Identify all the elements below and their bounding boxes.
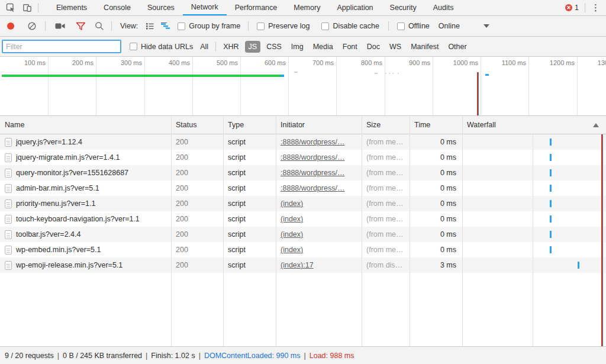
- inspect-element-icon[interactable]: [2, 0, 19, 15]
- network-overview[interactable]: 100 ms 200 ms 300 ms 400 ms 500 ms 600 m…: [0, 57, 606, 116]
- request-initiator-link[interactable]: (index):17: [276, 257, 362, 273]
- filter-pill-manifest[interactable]: Manifest: [407, 41, 442, 53]
- gridline: [96, 57, 96, 115]
- divider: [45, 21, 46, 31]
- filter-input[interactable]: [2, 40, 121, 53]
- disable-cache-checkbox[interactable]: Disable cache: [321, 22, 379, 30]
- overview-mark: [385, 73, 386, 74]
- request-size: (from me…: [362, 165, 410, 181]
- filter-pill-xhr[interactable]: XHR: [220, 41, 242, 53]
- tab-memory[interactable]: Memory: [285, 0, 328, 15]
- error-badge[interactable]: ✕ 1: [565, 4, 579, 12]
- column-header-waterfall[interactable]: Waterfall: [462, 116, 606, 134]
- filter-pill-img[interactable]: Img: [288, 41, 307, 53]
- filter-pill-media[interactable]: Media: [310, 41, 337, 53]
- request-row[interactable]: jquery-migrate.min.js?ver=1.4.1 200 scri…: [0, 150, 606, 165]
- column-divider[interactable]: [362, 116, 362, 346]
- request-waterfall: [462, 196, 606, 211]
- chevron-down-icon[interactable]: [483, 24, 489, 28]
- offline-checkbox[interactable]: Offline: [397, 22, 430, 30]
- tab-application[interactable]: Application: [328, 0, 381, 15]
- divider: [38, 3, 38, 12]
- tick-label: 800 ms: [341, 59, 382, 66]
- filter-icon[interactable]: [76, 22, 86, 31]
- separator: |: [57, 352, 59, 360]
- gridline: [144, 57, 145, 115]
- filter-pill-css[interactable]: CSS: [263, 41, 285, 53]
- request-row[interactable]: wp-emoji-release.min.js?ver=5.1 200 scri…: [0, 257, 606, 273]
- column-header-time[interactable]: Time: [410, 116, 462, 134]
- group-by-frame-label: Group by frame: [189, 22, 240, 30]
- request-name: admin-bar.min.js?ver=5.1: [0, 181, 171, 196]
- network-status-bar: 9 / 20 requests | 0 B / 245 KB transferr…: [0, 346, 606, 364]
- request-initiator-link[interactable]: (index): [276, 196, 362, 211]
- column-divider[interactable]: [223, 116, 224, 346]
- column-divider[interactable]: [276, 116, 276, 346]
- group-by-frame-checkbox[interactable]: Group by frame: [178, 22, 240, 30]
- device-toolbar-icon[interactable]: [19, 0, 36, 15]
- request-row[interactable]: touch-keyboard-navigation.js?ver=1.1 200…: [0, 211, 606, 227]
- request-initiator-link[interactable]: :8888/wordpress/…: [276, 134, 362, 150]
- filter-pill-js[interactable]: JS: [245, 41, 261, 53]
- tab-audits[interactable]: Audits: [425, 0, 462, 15]
- column-header-name[interactable]: Name: [0, 116, 171, 134]
- waterfall-view-icon[interactable]: [160, 22, 170, 30]
- devtools-network-panel: Elements Console Sources Network Perform…: [0, 0, 606, 364]
- tab-network[interactable]: Network: [183, 0, 227, 15]
- request-initiator-link[interactable]: (index): [276, 242, 362, 257]
- gridline: [48, 57, 49, 115]
- column-divider[interactable]: [410, 116, 410, 346]
- hide-data-urls-checkbox[interactable]: Hide data URLs: [130, 43, 193, 51]
- tab-security[interactable]: Security: [382, 0, 425, 15]
- request-initiator-link[interactable]: (index): [276, 227, 362, 242]
- capture-screenshots-icon[interactable]: [55, 22, 66, 30]
- divider: [248, 21, 249, 31]
- request-name: wp-embed.min.js?ver=5.1: [0, 242, 171, 257]
- request-row[interactable]: priority-menu.js?ver=1.1 200 script (ind…: [0, 196, 606, 211]
- request-row[interactable]: admin-bar.min.js?ver=5.1 200 script :888…: [0, 181, 606, 196]
- request-row[interactable]: jquery.js?ver=1.12.4 200 script :8888/wo…: [0, 134, 606, 150]
- column-header-status[interactable]: Status: [171, 116, 223, 134]
- request-row[interactable]: query-monitor.js?ver=1551628687 200 scri…: [0, 165, 606, 181]
- script-file-icon: [5, 138, 12, 147]
- request-type: script: [223, 196, 276, 211]
- more-options-icon[interactable]: ⋮: [588, 2, 606, 13]
- filter-pill-all[interactable]: All: [196, 41, 212, 53]
- clear-icon[interactable]: [27, 21, 37, 31]
- record-button[interactable]: [7, 22, 14, 30]
- request-time: 0 ms: [410, 227, 462, 242]
- request-initiator-link[interactable]: :8888/wordpress/…: [276, 165, 362, 181]
- overview-timeline-bar-tip: [281, 75, 284, 77]
- tick-label: 200 ms: [52, 59, 94, 66]
- script-file-icon: [5, 169, 12, 178]
- filter-pill-doc[interactable]: Doc: [363, 41, 383, 53]
- search-icon[interactable]: [95, 21, 104, 31]
- tab-sources[interactable]: Sources: [139, 0, 183, 15]
- request-initiator-link[interactable]: :8888/wordpress/…: [276, 181, 362, 196]
- filter-pill-ws[interactable]: WS: [386, 41, 405, 53]
- column-divider[interactable]: [462, 116, 463, 346]
- gridline: [336, 57, 337, 115]
- filter-pill-other[interactable]: Other: [444, 41, 470, 53]
- preserve-log-label: Preserve log: [268, 22, 310, 30]
- tab-elements[interactable]: Elements: [48, 0, 95, 15]
- filter-pill-font[interactable]: Font: [339, 41, 361, 53]
- column-header-size[interactable]: Size: [362, 116, 410, 134]
- large-rows-view-icon[interactable]: [145, 22, 154, 30]
- column-divider[interactable]: [171, 116, 172, 346]
- column-header-type[interactable]: Type: [223, 116, 276, 134]
- request-initiator-link[interactable]: (index): [276, 211, 362, 227]
- column-header-initiator[interactable]: Initiator: [276, 116, 362, 134]
- request-initiator-link[interactable]: :8888/wordpress/…: [276, 150, 362, 165]
- sort-ascending-icon[interactable]: [593, 123, 599, 127]
- request-row[interactable]: wp-embed.min.js?ver=5.1 200 script (inde…: [0, 242, 606, 257]
- request-row[interactable]: toolbar.js?ver=2.4.4 200 script (index) …: [0, 227, 606, 242]
- tab-performance[interactable]: Performance: [227, 0, 286, 15]
- preserve-log-checkbox[interactable]: Preserve log: [257, 22, 310, 30]
- tick-label: 1200 ms: [533, 59, 575, 66]
- tab-console[interactable]: Console: [95, 0, 139, 15]
- request-name-text: wp-embed.min.js?ver=5.1: [16, 242, 101, 257]
- hide-data-urls-label: Hide data URLs: [141, 43, 193, 51]
- table-header: Name Status Type Initiator Size Time Wat…: [0, 116, 606, 134]
- throttling-select-value[interactable]: Online: [439, 22, 460, 30]
